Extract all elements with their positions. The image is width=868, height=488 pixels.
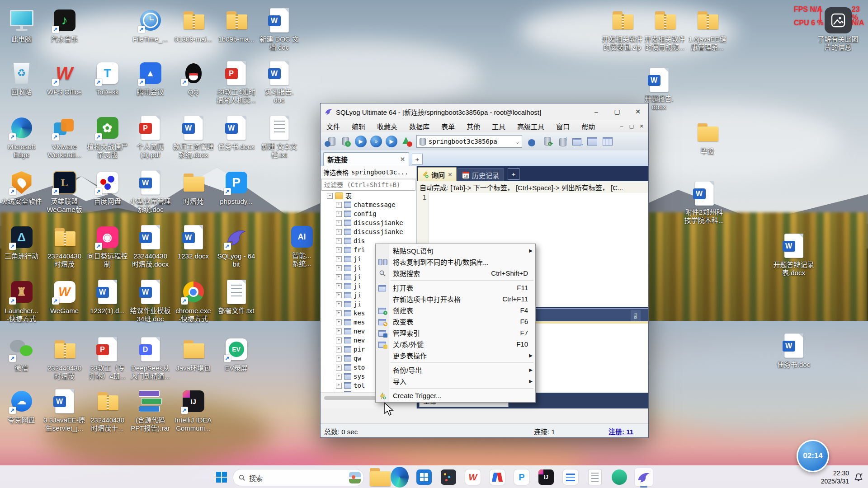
collapse-icon[interactable]: − (327, 193, 333, 199)
desktop-icon[interactable]: 232440430 时熠茂 (43, 224, 86, 268)
expand-icon[interactable]: + (336, 365, 342, 371)
tree-root-tables[interactable]: −表 (321, 191, 416, 200)
window-titlebar[interactable]: SQLyog Ultimate 64 - [新连接/springboot3c38… (321, 103, 648, 120)
desktop-icon[interactable]: ☁↗夸克网盘 (0, 388, 43, 424)
desktop-icon[interactable]: ♜↗Launcher... -快捷方式 (0, 278, 43, 323)
context-menu-item[interactable]: Create Trigger... (376, 390, 535, 401)
new-session-tab-button[interactable]: + (412, 154, 423, 164)
taskbar-app-blueapp[interactable] (561, 468, 580, 486)
desktop-icon[interactable]: W新建 DOC 文 档.doc (258, 7, 301, 52)
desktop-icon[interactable]: ▲↗腾讯会议 (129, 60, 172, 96)
tree-table-item[interactable]: +chatmessage (321, 200, 416, 209)
context-menu-item[interactable]: 数据搜索Ctrl+Shift+D (376, 267, 535, 279)
desktop-icon[interactable]: L↗英雄联盟 WeGame版 (43, 169, 86, 214)
taskbar-app-greenapp[interactable] (610, 468, 628, 486)
menu-数据库[interactable]: 数据库 (403, 120, 435, 132)
tree-table-item[interactable]: +discussjianke (321, 218, 416, 227)
menu-其他[interactable]: 其他 (461, 120, 486, 132)
desktop-icon[interactable]: 毕设 (686, 119, 729, 155)
desktop-icon[interactable]: W结课作业模板 34班.doc (129, 278, 172, 323)
desktop-icon[interactable]: W3.3JavaEE-原 生servlet_j... (43, 388, 86, 432)
user-manager-icon[interactable] (525, 135, 538, 148)
expand-icon[interactable]: + (336, 301, 342, 307)
desktop-icon[interactable]: 部署文件.txt (215, 278, 258, 315)
expand-icon[interactable]: + (336, 283, 342, 289)
results-mini-tab[interactable]: ms (631, 310, 641, 322)
expand-icon[interactable]: + (336, 338, 342, 343)
expand-icon[interactable]: + (336, 274, 342, 280)
desktop-icon[interactable]: W↗WeGame (43, 278, 86, 315)
taskbar-app-docsapp[interactable] (488, 468, 506, 486)
expand-icon[interactable]: + (336, 319, 342, 325)
execute-all-icon[interactable]: » (369, 135, 383, 148)
desktop-icon[interactable]: 1b09b-ma... (215, 7, 258, 43)
tab-session-connection[interactable]: 新连接 ✕ (323, 152, 409, 166)
menu-文件[interactable]: 文件 (321, 120, 346, 132)
context-menu-item[interactable]: 关/系/外键F10 (376, 338, 535, 350)
menu-编辑[interactable]: 编辑 (346, 120, 371, 132)
desktop-icon[interactable]: ♪↗汽水音乐 (43, 7, 86, 43)
table-filter-input[interactable] (321, 179, 415, 191)
desktop-icon[interactable]: ↗chrome.exe -快捷方式 (172, 278, 215, 323)
notification-bell-icon[interactable]: z (853, 472, 864, 483)
desktop-icon[interactable]: Java环境包 (172, 336, 215, 372)
tab-history[interactable]: 18 历史记录 (458, 168, 504, 181)
mdi-restore-icon[interactable]: ▢ (627, 121, 637, 131)
taskbar-clock[interactable]: 22:30 2025/3/31 (813, 469, 849, 485)
desktop-icon[interactable]: W任务书.doc (772, 332, 815, 369)
desktop-icon[interactable]: ↗FileTime_... (129, 7, 172, 43)
desktop-icon[interactable]: W232440430 时熠茂.docx (129, 224, 172, 268)
desktop-icon[interactable]: DDeepSeek从 入门到精通... (129, 336, 172, 380)
desktop-icon[interactable]: 开发相关软件 的使用视频... (643, 7, 686, 52)
desktop-icon[interactable]: ↗火绒安全软件 (0, 169, 43, 206)
taskbar-app-store[interactable] (415, 468, 433, 486)
expand-icon[interactable]: + (336, 310, 342, 316)
start-button[interactable] (212, 468, 231, 486)
menu-表单[interactable]: 表单 (435, 120, 461, 132)
expand-icon[interactable]: + (336, 347, 342, 352)
taskbar-app-wps[interactable]: W (464, 468, 482, 486)
table-columns-icon[interactable] (602, 135, 615, 148)
export-table-icon[interactable]: → (571, 135, 585, 148)
desktop-icon[interactable]: W教师工资管理 系统.docx (172, 114, 215, 159)
desktop-icon[interactable]: P↗phpstudy... (215, 169, 258, 206)
mdi-close-icon[interactable]: ✕ (637, 121, 646, 131)
expand-icon[interactable]: + (336, 247, 342, 253)
desktop-icon[interactable]: ↗微信 (0, 336, 43, 372)
desktop-icon[interactable]: W实习报告. doc (258, 60, 301, 104)
desktop-icon[interactable]: 232440430 时熠茂十... (86, 388, 129, 432)
desktop-icon[interactable]: ↗SQLyog - 64 bit (215, 224, 258, 268)
data-grid-icon[interactable] (586, 135, 600, 148)
context-menu-item[interactable]: 粘贴SQL语句▶ (376, 245, 535, 256)
expand-icon[interactable]: + (336, 211, 342, 217)
execute-query-icon[interactable]: ▶ (354, 135, 368, 148)
desktop-icon[interactable]: 时熠梵 (172, 169, 215, 206)
menu-工具[interactable]: 工具 (486, 120, 511, 132)
session-tab-close-icon[interactable]: ✕ (400, 156, 405, 163)
tree-table-item[interactable]: +discussjianke (321, 227, 416, 236)
desktop-icon[interactable]: 了解有关此图 片的信息 (816, 7, 859, 52)
focus-timer-widget[interactable]: 02:14 (797, 440, 829, 472)
desktop-icon[interactable]: 232440430 时熠茂 (43, 336, 86, 380)
expand-icon[interactable]: + (336, 374, 342, 380)
desktop-icon[interactable]: P23软工4班时 熠梵人机交... (215, 60, 258, 104)
desktop-icon[interactable]: W附件2郑州科 技学院本科... (683, 180, 726, 225)
desktop-icon[interactable]: AI智能... 系统... (280, 223, 323, 268)
context-menu-item[interactable]: 更多表操作▶ (376, 350, 535, 361)
desktop-icon[interactable]: ◉↗向日葵远程控 制 (86, 224, 129, 268)
menu-窗口[interactable]: 窗口 (550, 120, 576, 132)
expand-icon[interactable]: + (336, 265, 342, 271)
desktop-icon[interactable]: W1232(1).d... (86, 278, 129, 315)
status-register-link[interactable]: 注册: 11 (609, 427, 633, 436)
expand-icon[interactable]: + (336, 238, 342, 244)
desktop-icon[interactable]: 开发相关软件 的安装包.zip (601, 7, 644, 52)
desktop-icon[interactable]: EV↗EV录屏 (215, 336, 258, 372)
context-menu-item[interactable]: ✎改变表F6 (376, 316, 535, 327)
desktop-icon[interactable]: W开题答辩记录 表.docx (772, 232, 815, 277)
context-menu-item[interactable]: 将表复制到不同的主机/数据库... (376, 256, 535, 267)
desktop-icon[interactable]: 此电脑 (0, 7, 43, 43)
taskbar-app-explorer[interactable] (366, 468, 384, 486)
desktop-icon[interactable]: ✿↗植物大战僵尸 杂交版 (86, 114, 129, 159)
desktop-icon[interactable]: W小型仓库管理 系统.doc (129, 169, 172, 214)
refresh-database-icon[interactable]: ⟳ (540, 135, 554, 148)
